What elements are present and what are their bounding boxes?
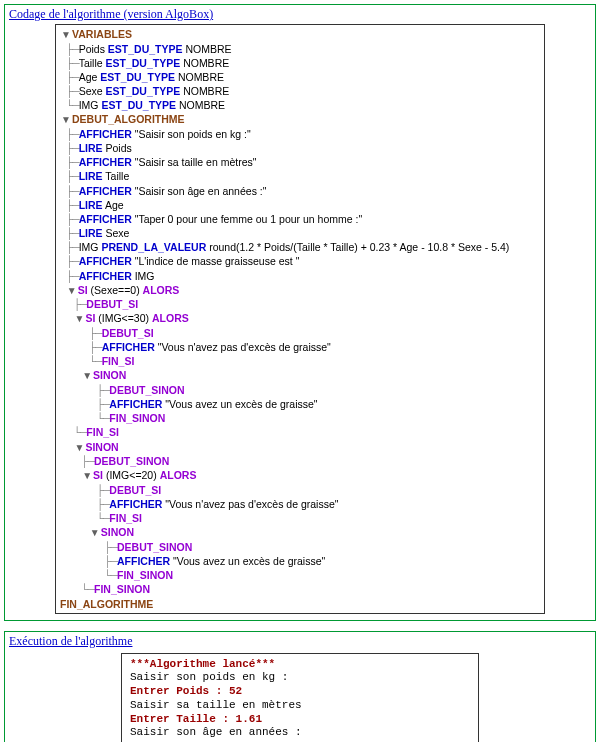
var-name: IMG bbox=[79, 99, 99, 111]
var-name: Poids bbox=[79, 43, 105, 55]
tree-row: ├─AFFICHER "Vous avez un excès de graiss… bbox=[60, 397, 540, 411]
tree-row: └─FIN_SINON bbox=[60, 568, 540, 582]
var-name: Taille bbox=[79, 57, 103, 69]
tree-row: ├─Poids EST_DU_TYPE NOMBRE bbox=[60, 42, 540, 56]
expand-icon: ▼ bbox=[60, 113, 72, 127]
kw-debut-algo: DEBUT_ALGORITHME bbox=[72, 113, 185, 125]
tree-row: └─FIN_SI bbox=[60, 354, 540, 368]
tree-row: ├─Age EST_DU_TYPE NOMBRE bbox=[60, 70, 540, 84]
tree-row: ├─AFFICHER "Taper 0 pour une femme ou 1 … bbox=[60, 212, 540, 226]
tree-row: ├─DEBUT_SINON bbox=[60, 540, 540, 554]
tree-row: ├─DEBUT_SINON bbox=[60, 454, 540, 468]
exec-line: Entrer Poids : 52 bbox=[130, 685, 470, 699]
tree-row: ▼SI (Sexe==0) ALORS bbox=[60, 283, 540, 298]
tree-row: ├─LIRE Age bbox=[60, 198, 540, 212]
tree-row: ├─Taille EST_DU_TYPE NOMBRE bbox=[60, 56, 540, 70]
tree-row: ▼SI (IMG<=20) ALORS bbox=[60, 468, 540, 483]
algorithm-tree: ▼VARIABLES ├─Poids EST_DU_TYPE NOMBRE ├─… bbox=[55, 24, 545, 614]
tree-row: ├─DEBUT_SI bbox=[60, 483, 540, 497]
expand-icon: ▼ bbox=[73, 312, 85, 326]
execution-panel: Exécution de l'algorithme ***Algorithme … bbox=[4, 631, 596, 742]
execution-output: ***Algorithme lancé*** Saisir son poids … bbox=[121, 653, 479, 742]
tree-row: ├─AFFICHER IMG bbox=[60, 269, 540, 283]
expand-icon: ▼ bbox=[81, 469, 93, 483]
tree-row: └─FIN_SINON bbox=[60, 582, 540, 596]
code-panel: Codage de l'algorithme (version AlgoBox)… bbox=[4, 4, 596, 621]
tree-row: ├─Sexe EST_DU_TYPE NOMBRE bbox=[60, 84, 540, 98]
tree-row: ├─DEBUT_SINON bbox=[60, 383, 540, 397]
exec-line: ***Algorithme lancé*** bbox=[130, 658, 470, 672]
tree-row: ├─AFFICHER "L'indice de masse graisseuse… bbox=[60, 254, 540, 268]
tree-row: ├─AFFICHER "Saisir sa taille en mètres" bbox=[60, 155, 540, 169]
tree-row: ├─LIRE Poids bbox=[60, 141, 540, 155]
tree-row: ▼SINON bbox=[60, 525, 540, 540]
tree-row: ├─LIRE Taille bbox=[60, 169, 540, 183]
exec-line: Saisir son poids en kg : bbox=[130, 671, 470, 685]
expand-icon: ▼ bbox=[60, 28, 72, 42]
expand-icon: ▼ bbox=[66, 284, 78, 298]
exec-line: Saisir sa taille en mètres bbox=[130, 699, 470, 713]
tree-row: └─IMG EST_DU_TYPE NOMBRE bbox=[60, 98, 540, 112]
execution-panel-title: Exécution de l'algorithme bbox=[9, 634, 591, 649]
var-name: Sexe bbox=[79, 85, 103, 97]
tree-row: ├─IMG PREND_LA_VALEUR round(1.2 * Poids/… bbox=[60, 240, 540, 254]
tree-row: ├─DEBUT_SI bbox=[60, 297, 540, 311]
tree-row: FIN_ALGORITHME bbox=[60, 597, 540, 611]
tree-row: ▼SI (IMG<=30) ALORS bbox=[60, 311, 540, 326]
expand-icon: ▼ bbox=[73, 441, 85, 455]
tree-row: ▼DEBUT_ALGORITHME bbox=[60, 112, 540, 127]
tree-row: └─FIN_SI bbox=[60, 511, 540, 525]
tree-row: ▼SINON bbox=[60, 440, 540, 455]
tree-row: ▼SINON bbox=[60, 368, 540, 383]
tree-row: ├─AFFICHER "Vous n'avez pas d'excès de g… bbox=[60, 497, 540, 511]
expand-icon: ▼ bbox=[89, 526, 101, 540]
tree-row: └─FIN_SINON bbox=[60, 411, 540, 425]
code-panel-title: Codage de l'algorithme (version AlgoBox) bbox=[9, 7, 591, 22]
exec-line: Saisir son âge en années : bbox=[130, 726, 470, 740]
kw-fin-algo: FIN_ALGORITHME bbox=[60, 598, 153, 610]
var-name: Age bbox=[79, 71, 98, 83]
exec-line: Entrer Taille : 1.61 bbox=[130, 713, 470, 727]
kw-variables: VARIABLES bbox=[72, 28, 132, 40]
expand-icon: ▼ bbox=[81, 369, 93, 383]
tree-row: ├─DEBUT_SI bbox=[60, 326, 540, 340]
tree-row: ├─AFFICHER "Vous n'avez pas d'excès de g… bbox=[60, 340, 540, 354]
tree-row: └─FIN_SI bbox=[60, 425, 540, 439]
tree-row: ├─AFFICHER "Vous avez un excès de graiss… bbox=[60, 554, 540, 568]
tree-row: ▼VARIABLES bbox=[60, 27, 540, 42]
tree-row: ├─LIRE Sexe bbox=[60, 226, 540, 240]
tree-row: ├─AFFICHER "Saisir son poids en kg :" bbox=[60, 127, 540, 141]
tree-row: ├─AFFICHER "Saisir son âge en années :" bbox=[60, 184, 540, 198]
